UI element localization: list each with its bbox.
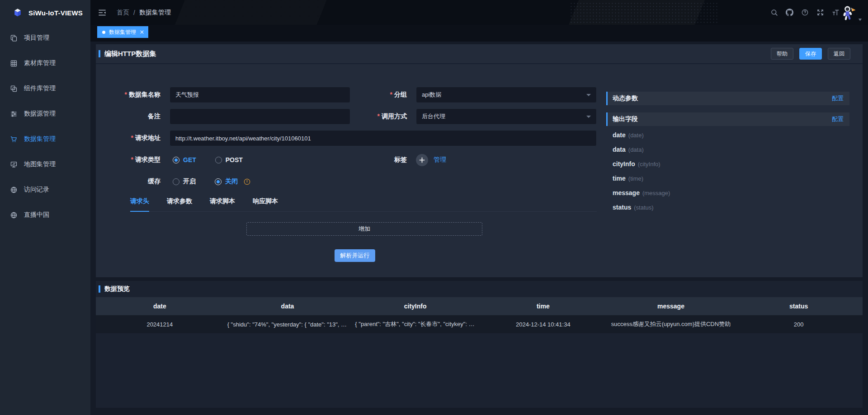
main-area: 首页 / 数据集管理 数据集管理 编辑H	[90, 0, 868, 415]
sidebar-item-label: 访问记录	[24, 186, 49, 194]
invoke-method-value: 后台代理	[422, 112, 445, 121]
sidebar-menu: 项目管理 素材库管理 组件库管理 数据源管理 数据集管理 地图集管理	[0, 25, 90, 228]
sidebar-item-label: 项目管理	[24, 34, 49, 42]
preview-cell: { "shidu": "74%", "yesterday": { "date":…	[224, 315, 352, 333]
collapse-menu-icon[interactable]	[98, 8, 107, 17]
preview-column-header: message	[607, 297, 735, 315]
output-field: message (message)	[613, 186, 849, 200]
sidebar-item[interactable]: 组件库管理	[0, 76, 90, 101]
sidebar-item[interactable]: 数据集管理	[0, 126, 90, 152]
search-icon[interactable]	[770, 9, 778, 16]
request-type-label: 请求类型	[96, 156, 160, 164]
edit-dataset-header: 编辑HTTP数据集 帮助 保存 返回	[96, 44, 863, 64]
breadcrumb-home[interactable]: 首页	[117, 9, 129, 17]
radio-icon	[173, 157, 179, 163]
tab-close-icon[interactable]	[140, 30, 144, 34]
documents-icon	[10, 34, 18, 42]
preview-data-row: 20241214{ "shidu": "74%", "yesterday": {…	[96, 315, 863, 333]
edit-dataset-card: 编辑HTTP数据集 帮助 保存 返回 数据集名称 分组 api数据	[96, 44, 863, 277]
group-label: 分组	[350, 91, 407, 99]
help-button[interactable]: 帮助	[771, 48, 793, 60]
app-title: SiWu-IoT-VIEWS	[28, 9, 83, 17]
sidebar-item[interactable]: 数据源管理	[0, 101, 90, 126]
required-star	[390, 91, 394, 98]
request-type-radio[interactable]: GET	[173, 156, 196, 163]
help-icon[interactable]	[801, 9, 809, 16]
globe-icon	[10, 186, 18, 194]
group-select-value: api数据	[422, 91, 441, 99]
cache-radio[interactable]: 关闭	[215, 177, 238, 186]
form-tab[interactable]: 响应脚本	[253, 195, 278, 211]
add-header-button[interactable]: 增加	[246, 222, 482, 236]
tab-active-dot-icon	[102, 31, 105, 34]
user-avatar[interactable]	[841, 4, 858, 21]
dataset-name-input[interactable]	[170, 87, 350, 103]
font-size-icon[interactable]	[832, 9, 840, 16]
cache-warning-icon	[243, 178, 251, 186]
preview-cell: 2024-12-14 10:41:34	[479, 315, 607, 333]
form-row-remark-method: 备注 调用方式 后台代理	[96, 108, 597, 125]
sidebar-item[interactable]: 访问记录	[0, 177, 90, 202]
preview-cell: { "parent": "吉林", "city": "长春市", "cityke…	[351, 315, 479, 333]
output-field: data (data)	[613, 142, 849, 157]
chevron-down-icon	[586, 116, 591, 118]
sidebar-item[interactable]: 直播中国	[0, 202, 90, 228]
preview-column-header: date	[96, 297, 224, 315]
data-preview-title: 数据预览	[104, 285, 130, 293]
back-button[interactable]: 返回	[828, 48, 850, 60]
tab-label: 数据集管理	[109, 28, 136, 36]
required-star	[131, 156, 135, 163]
sidebar-item-label: 数据源管理	[24, 110, 56, 118]
github-icon[interactable]	[786, 9, 793, 16]
manage-tags-link[interactable]: 管理	[434, 156, 446, 164]
user-menu-caret-down-icon[interactable]	[858, 17, 863, 22]
preview-cell: success感谢又拍云(upyun.com)提供CDN赞助	[607, 315, 735, 333]
form-row-cache: 缓存 开启 关闭	[96, 173, 597, 190]
sidebar-item-label: 直播中国	[24, 211, 49, 219]
group-select[interactable]: api数据	[416, 87, 597, 103]
preview-column-header: time	[479, 297, 607, 315]
header-buttons: 帮助 保存 返回	[771, 48, 850, 60]
parse-and-run-button[interactable]: 解析并运行	[335, 249, 375, 262]
form-row-name-group: 数据集名称 分组 api数据	[96, 87, 597, 103]
sidebar-item[interactable]: 素材库管理	[0, 51, 90, 76]
request-url-input[interactable]	[170, 130, 597, 146]
tab-bar: 数据集管理	[90, 25, 868, 42]
form-tab[interactable]: 请求头	[130, 195, 149, 211]
preview-cell: 20241214	[96, 315, 224, 333]
map-board-icon	[10, 161, 18, 168]
preview-column-header: data	[224, 297, 352, 315]
sidebar-item[interactable]: 地图集管理	[0, 152, 90, 177]
preview-column-header: cityInfo	[351, 297, 479, 315]
page-content: 编辑HTTP数据集 帮助 保存 返回 数据集名称 分组 api数据	[90, 42, 868, 415]
globe-icon	[10, 211, 18, 219]
add-tag-button[interactable]	[416, 154, 428, 166]
logo[interactable]: SiWu-IoT-VIEWS	[0, 0, 90, 25]
request-type-radio[interactable]: POST	[215, 156, 243, 163]
remark-input[interactable]	[170, 108, 350, 125]
save-button[interactable]: 保存	[799, 48, 822, 60]
dynamic-params-config-link[interactable]: 配置	[832, 94, 844, 103]
cache-label: 缓存	[96, 177, 160, 186]
sliders-icon	[10, 110, 18, 118]
tags-label: 标签	[350, 156, 407, 164]
cache-radio[interactable]: 开启	[173, 177, 196, 186]
tab-dataset-management[interactable]: 数据集管理	[97, 26, 148, 38]
invoke-method-label: 调用方式	[350, 112, 407, 121]
fullscreen-icon[interactable]	[816, 9, 824, 16]
app-root: SiWu-IoT-VIEWS 项目管理 素材库管理 组件库管理 数据源管理	[0, 0, 868, 415]
form-tab[interactable]: 请求参数	[167, 195, 192, 211]
preview-cell: 200	[735, 315, 863, 333]
output-fields-config-link[interactable]: 配置	[832, 115, 844, 123]
breadcrumb-current: 数据集管理	[139, 9, 171, 17]
output-fields-title: 输出字段	[613, 115, 638, 123]
sidebar-item[interactable]: 项目管理	[0, 25, 90, 51]
radio-icon	[173, 178, 179, 185]
chevron-down-icon	[586, 94, 591, 96]
output-field: time (time)	[613, 171, 849, 186]
dynamic-params-title: 动态参数	[613, 94, 638, 103]
output-field: status (status)	[613, 200, 849, 214]
form-tab[interactable]: 请求脚本	[210, 195, 235, 211]
invoke-method-select[interactable]: 后台代理	[416, 108, 597, 125]
radio-icon	[215, 178, 222, 185]
